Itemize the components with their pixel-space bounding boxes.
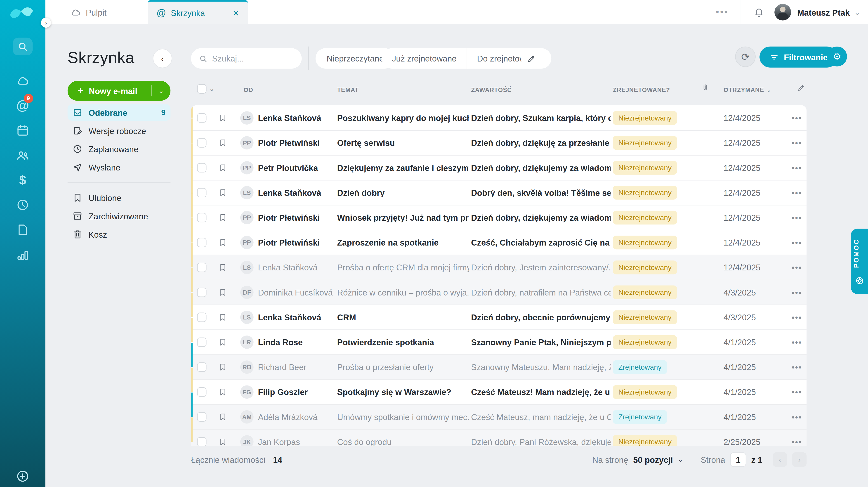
- next-page-button[interactable]: ›: [792, 452, 807, 467]
- email-row[interactable]: LS Lenka Staňková Poszukiwany kapry do m…: [191, 105, 807, 130]
- folder-ulubione[interactable]: Ulubione: [68, 189, 170, 206]
- prev-page-button[interactable]: ‹: [773, 452, 787, 467]
- bookmark-icon[interactable]: [219, 337, 227, 347]
- bookmark-icon[interactable]: [219, 213, 227, 222]
- contacts-icon[interactable]: [13, 147, 33, 164]
- row-menu-icon[interactable]: •••: [792, 188, 802, 197]
- row-checkbox[interactable]: [197, 287, 207, 297]
- column-zawartosc[interactable]: ZAWARTOŚĆ: [471, 86, 512, 93]
- row-menu-icon[interactable]: •••: [792, 362, 802, 372]
- row-menu-icon[interactable]: •••: [792, 238, 802, 247]
- reports-icon[interactable]: [13, 246, 33, 264]
- tab-pulpit[interactable]: Pulpit: [70, 0, 106, 24]
- search-box[interactable]: [191, 48, 302, 69]
- bookmark-icon[interactable]: [219, 387, 227, 397]
- compose-dropdown-icon[interactable]: ⌄: [152, 87, 170, 94]
- documents-icon[interactable]: [13, 221, 33, 239]
- row-menu-icon[interactable]: •••: [792, 263, 802, 272]
- email-row[interactable]: LR Linda Rose Potwierdzenie spotkania Sz…: [191, 329, 807, 354]
- folder-zaplanowane[interactable]: Zaplanowane: [68, 141, 170, 157]
- close-tab-icon[interactable]: ✕: [232, 8, 239, 18]
- bookmark-icon[interactable]: [219, 287, 227, 297]
- bookmark-icon[interactable]: [219, 138, 227, 148]
- finances-icon[interactable]: $: [13, 171, 33, 189]
- bookmark-icon[interactable]: [219, 238, 227, 248]
- row-menu-icon[interactable]: •••: [792, 338, 802, 347]
- per-page-select[interactable]: 50 pozycji: [633, 455, 673, 464]
- mail-icon[interactable]: @9: [13, 96, 33, 114]
- row-menu-icon[interactable]: •••: [792, 113, 802, 123]
- email-row[interactable]: LS Lenka Staňková Prośba o ofertę CRM dl…: [191, 255, 807, 280]
- email-row[interactable]: PP Piotr Płetwiński Wniosek przyjęty! Ju…: [191, 205, 807, 230]
- folder-odebrane[interactable]: Odebrane9: [68, 104, 170, 121]
- bookmark-icon[interactable]: [219, 263, 227, 272]
- row-checkbox[interactable]: [197, 238, 207, 247]
- user-avatar[interactable]: [774, 4, 791, 20]
- row-checkbox[interactable]: [197, 387, 207, 397]
- row-menu-icon[interactable]: •••: [792, 213, 802, 222]
- notifications-bell-icon[interactable]: [753, 6, 765, 18]
- email-row[interactable]: LS Lenka Staňková CRM Dzień dobry, obecn…: [191, 305, 807, 329]
- add-button[interactable]: [13, 467, 32, 485]
- row-checkbox[interactable]: [197, 213, 207, 222]
- attachment-column-icon[interactable]: [701, 84, 710, 92]
- row-checkbox[interactable]: [197, 338, 207, 347]
- tab-skrzynka[interactable]: @ Skrzynka ✕: [148, 0, 248, 24]
- per-page-chevron-icon[interactable]: ⌄: [678, 456, 683, 463]
- page-input[interactable]: 1: [730, 452, 746, 467]
- time-icon[interactable]: [13, 196, 33, 214]
- row-checkbox[interactable]: [197, 188, 207, 197]
- row-checkbox[interactable]: [197, 138, 207, 148]
- chevron-down-icon[interactable]: ⌄: [854, 8, 860, 17]
- row-checkbox[interactable]: [197, 362, 207, 372]
- filter-reviewed-button[interactable]: Już zrejnetowane: [382, 48, 467, 69]
- dashboard-cloud-icon[interactable]: [13, 72, 33, 90]
- email-row[interactable]: JK Jan Korpas Coś do ogrodu Dzień dobry,…: [191, 429, 807, 446]
- column-zrejnetowane[interactable]: ZREJNETOWANE?: [613, 86, 670, 93]
- email-row[interactable]: RB Richard Beer Prośba o przesłanie ofer…: [191, 354, 807, 379]
- refresh-button[interactable]: ⟳: [735, 47, 756, 67]
- bookmark-icon[interactable]: [219, 113, 227, 123]
- new-email-button[interactable]: + Nowy e-mail ⌄: [68, 81, 170, 101]
- row-checkbox[interactable]: [197, 437, 207, 446]
- row-checkbox[interactable]: [197, 163, 207, 173]
- user-name[interactable]: Mateusz Ptak: [797, 7, 850, 17]
- email-row[interactable]: PP Piotr Płetwiński Ofertę serwisu Dzień…: [191, 130, 807, 155]
- row-checkbox[interactable]: [197, 263, 207, 272]
- bookmark-icon[interactable]: [219, 188, 227, 197]
- edit-filters-button[interactable]: [521, 48, 541, 69]
- row-menu-icon[interactable]: •••: [792, 138, 802, 148]
- bookmark-icon[interactable]: [219, 163, 227, 173]
- row-menu-icon[interactable]: •••: [792, 387, 802, 397]
- email-row[interactable]: PP Petr Ploutvička Dziękujemy za zaufani…: [191, 155, 807, 180]
- folder-zarchiwizowane[interactable]: Zarchiwizowane: [68, 208, 170, 224]
- email-row[interactable]: AM Adéla Mrázková Umówmy spotkanie i omó…: [191, 404, 807, 429]
- column-otrzymane[interactable]: OTRZYMANE⌄: [723, 86, 771, 93]
- row-menu-icon[interactable]: •••: [792, 437, 802, 446]
- row-checkbox[interactable]: [197, 412, 207, 422]
- email-row[interactable]: FG Filip Goszler Spotkajmy się w Warszaw…: [191, 379, 807, 404]
- select-dropdown-icon[interactable]: ⌄: [209, 85, 215, 92]
- settings-button[interactable]: ⚙: [827, 47, 847, 66]
- row-menu-icon[interactable]: •••: [792, 287, 802, 297]
- edit-columns-icon[interactable]: [797, 84, 806, 92]
- filter-button[interactable]: Filtrowanie: [760, 47, 838, 68]
- email-row[interactable]: PP Piotr Płetwiński Zaproszenie na spotk…: [191, 230, 807, 254]
- collapse-panel-button[interactable]: ‹: [153, 49, 172, 68]
- column-temat[interactable]: TEMAT: [337, 86, 359, 93]
- row-checkbox[interactable]: [197, 113, 207, 123]
- row-menu-icon[interactable]: •••: [792, 163, 802, 173]
- search-input[interactable]: [212, 54, 289, 63]
- folder-kosz[interactable]: Kosz: [68, 226, 170, 242]
- row-menu-icon[interactable]: •••: [792, 312, 802, 322]
- more-menu-icon[interactable]: •••: [716, 7, 728, 17]
- row-menu-icon[interactable]: •••: [792, 412, 802, 422]
- select-all-checkbox[interactable]: [197, 84, 207, 94]
- row-checkbox[interactable]: [197, 312, 207, 322]
- search-icon[interactable]: [13, 38, 33, 55]
- bookmark-icon[interactable]: [219, 437, 227, 446]
- column-od[interactable]: OD: [244, 86, 253, 93]
- bookmark-icon[interactable]: [219, 362, 227, 372]
- folder-wysłane[interactable]: Wysłane: [68, 159, 170, 176]
- folder-wersje-robocze[interactable]: Wersje robocze: [68, 122, 170, 139]
